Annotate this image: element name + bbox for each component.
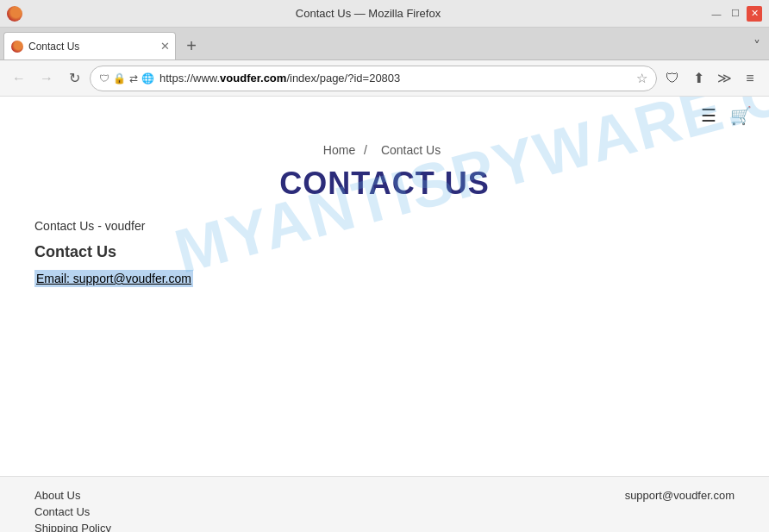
shield-toolbar-icon[interactable]: 🛡 (660, 66, 685, 91)
site-footer: About Us Contact Us Shipping Policy supp… (0, 476, 769, 532)
breadcrumb-home[interactable]: Home (323, 143, 355, 157)
url-domain: voudfer.com (220, 72, 286, 84)
content-section-title: Contact Us (34, 243, 735, 261)
tab-favicon (11, 41, 23, 53)
site-navbar: ☰ 🛒 (0, 97, 769, 135)
page-content: MYANTISPYWARE.COM ☰ 🛒 Home / Contact Us … (0, 97, 769, 476)
content-area: Contact Us - voudfer Contact Us Email: s… (0, 219, 769, 304)
window-controls: — ☐ ✕ (709, 6, 762, 22)
footer-links: About Us Contact Us Shipping Policy (34, 489, 111, 532)
close-button[interactable]: ✕ (747, 6, 762, 22)
share-icon[interactable]: ⬆ (686, 66, 710, 91)
page-heading: CONTACT US (0, 166, 769, 202)
shield-icon: 🛡 (99, 72, 109, 84)
lock-icon: 🔒 (113, 72, 126, 84)
content-subtitle: Contact Us - voudfer (34, 219, 735, 233)
address-bar[interactable]: 🛡 🔒 ⇄ 🌐 https://www.voudfer.com/index/pa… (90, 66, 657, 91)
titlebar: Contact Us — Mozilla Firefox — ☐ ✕ (0, 0, 769, 28)
bookmark-star-icon[interactable]: ☆ (636, 71, 647, 86)
cart-icon[interactable]: 🛒 (730, 105, 752, 126)
tab-close-button[interactable]: ✕ (160, 41, 170, 52)
active-tab[interactable]: Contact Us ✕ (3, 32, 176, 59)
new-tab-button[interactable]: + (179, 34, 203, 58)
extensions-icon[interactable]: ≫ (712, 66, 736, 91)
breadcrumb: Home / Contact Us (0, 143, 769, 157)
window-title: Contact Us — Mozilla Firefox (28, 7, 709, 20)
globe-icon: 🌐 (141, 72, 154, 84)
footer-email: support@voudfer.com (625, 489, 735, 502)
footer-link-about[interactable]: About Us (34, 489, 111, 502)
tab-list-button[interactable]: ˅ (748, 38, 766, 54)
url-display: https://www.voudfer.com/index/page/?id=2… (159, 72, 631, 84)
reload-button[interactable]: ↻ (62, 66, 86, 91)
maximize-button[interactable]: ☐ (728, 6, 743, 22)
breadcrumb-current: Contact Us (381, 143, 441, 157)
translate-icon: ⇄ (129, 72, 138, 84)
minimize-button[interactable]: — (709, 6, 724, 22)
menu-icon[interactable]: ≡ (738, 66, 762, 91)
email-link[interactable]: Email: support@voudfer.com (34, 270, 193, 287)
breadcrumb-separator: / (364, 143, 367, 157)
firefox-favicon (7, 6, 22, 22)
footer-link-contact[interactable]: Contact Us (34, 505, 111, 518)
hamburger-menu-icon[interactable]: ☰ (701, 105, 716, 126)
back-button[interactable]: ← (7, 66, 31, 91)
toolbar-right: 🛡 ⬆ ≫ ≡ (660, 66, 762, 91)
navigation-bar: ← → ↻ 🛡 🔒 ⇄ 🌐 https://www.voudfer.com/in… (0, 60, 769, 97)
tab-bar: Contact Us ✕ + ˅ (0, 28, 769, 60)
tab-label: Contact Us (28, 41, 168, 53)
footer-link-shipping[interactable]: Shipping Policy (34, 522, 111, 532)
forward-button[interactable]: → (34, 66, 59, 91)
address-security-icons: 🛡 🔒 ⇄ 🌐 (99, 72, 154, 84)
